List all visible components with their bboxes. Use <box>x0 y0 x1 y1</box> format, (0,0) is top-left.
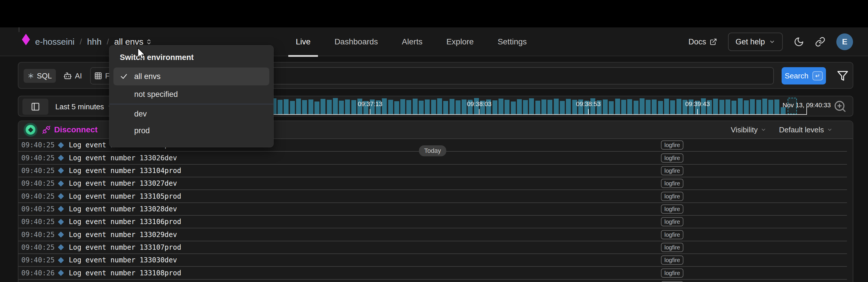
log-message: Log event number 133029dev <box>69 231 177 239</box>
header-right-cluster: Docs Get help E <box>688 27 853 56</box>
env-option-label: dev <box>134 110 147 118</box>
tab-live[interactable]: Live <box>296 27 310 56</box>
tick-label: 09:38:53 <box>576 100 601 108</box>
log-rows: 09:40:25Log event number 133103prodlogfi… <box>19 139 847 282</box>
log-row[interactable]: 09:40:25Log event number 133105prodlogfi… <box>19 190 847 203</box>
logo-tail-line <box>19 27 19 32</box>
env-option-all-envs[interactable]: all envs <box>114 67 269 85</box>
sql-mode-button[interactable]: SQL <box>24 69 56 83</box>
log-row[interactable]: 09:40:25Log event number 133027devlogfir… <box>19 177 847 190</box>
histogram-bar <box>633 101 639 114</box>
histogram-bar <box>756 100 761 114</box>
sidebar-toggle-button[interactable] <box>23 98 49 115</box>
tab-settings[interactable]: Settings <box>498 27 527 56</box>
ai-mode-button[interactable]: AI <box>63 69 82 83</box>
scope-badge: logfire <box>661 269 683 278</box>
histogram-bar <box>762 98 767 114</box>
tab-explore[interactable]: Explore <box>446 27 474 56</box>
env-option-dev[interactable]: dev <box>110 106 273 122</box>
env-menu-list: all envsnot specifieddevprod <box>110 67 273 139</box>
ai-label: AI <box>75 72 82 80</box>
log-level-diamond-icon <box>58 168 64 174</box>
tab-alerts[interactable]: Alerts <box>402 27 423 56</box>
histogram-bar <box>382 98 387 114</box>
scope-badge: logfire <box>661 243 683 252</box>
histogram-bar <box>339 101 344 114</box>
histogram-bar <box>658 101 663 114</box>
get-help-button[interactable]: Get help <box>728 33 783 51</box>
histogram-bar <box>284 99 288 114</box>
tick-line <box>588 109 589 114</box>
log-row[interactable]: 09:40:25Log event number 133029devlogfir… <box>19 228 847 241</box>
histogram-bar <box>345 100 350 114</box>
histogram-bar <box>302 100 307 114</box>
default-levels-dropdown[interactable]: Default levels <box>779 125 833 134</box>
scope-badge: logfire <box>661 179 683 188</box>
visibility-dropdown[interactable]: Visibility <box>731 125 766 134</box>
zoom-in-button[interactable] <box>833 100 847 113</box>
histogram-bar <box>652 100 657 114</box>
log-level-diamond-icon <box>58 193 64 199</box>
scope-badge: logfire <box>661 140 683 150</box>
log-row[interactable]: 09:40:25Log event number 133028devlogfir… <box>19 203 847 216</box>
log-message: Log event number 133104prod <box>69 167 181 175</box>
histogram-bar <box>719 100 724 114</box>
mouse-cursor <box>136 48 147 60</box>
scope-badge: logfire <box>661 217 683 226</box>
log-message: Log event number 133108prod <box>69 269 181 277</box>
log-row[interactable]: 09:40:25Log event number 133107prodlogfi… <box>19 241 847 254</box>
tick-label: 09:38:03 <box>467 100 492 108</box>
log-timestamp: 09:40:25 <box>21 218 57 226</box>
histogram-bar <box>640 98 645 114</box>
user-avatar[interactable]: E <box>836 33 853 50</box>
sql-label: SQL <box>37 72 52 80</box>
histogram-bar <box>548 100 552 114</box>
theme-toggle-button[interactable] <box>794 37 804 47</box>
histogram-bar <box>744 100 749 114</box>
histogram-bar <box>774 100 779 114</box>
logfire-logo-icon[interactable] <box>22 34 30 45</box>
log-level-diamond-icon <box>58 180 64 187</box>
scope-badge: logfire <box>661 230 683 239</box>
return-key-icon: ↵ <box>812 71 823 80</box>
scope-badge: logfire <box>661 255 683 265</box>
check-icon <box>120 73 128 80</box>
log-level-diamond-icon <box>58 206 64 212</box>
log-level-diamond-icon <box>58 142 64 148</box>
tab-dashboards[interactable]: Dashboards <box>334 27 378 56</box>
tick-label: 09:37:13 <box>358 100 382 108</box>
histogram-bar <box>750 99 755 114</box>
log-timestamp: 09:40:25 <box>21 256 57 264</box>
search-button[interactable]: Search ↵ <box>782 67 826 84</box>
env-option-not-specified[interactable]: not specified <box>110 86 273 103</box>
share-link-button[interactable] <box>815 37 826 47</box>
histogram-bar <box>541 100 546 114</box>
env-option-prod[interactable]: prod <box>110 122 273 139</box>
log-level-diamond-icon <box>58 219 64 225</box>
time-range-selector[interactable]: Last 5 minutes <box>55 96 113 116</box>
histogram-bar <box>627 99 632 114</box>
log-row[interactable]: 09:40:26Log event number 133031devlogfir… <box>19 280 847 282</box>
histogram-bar <box>413 98 417 114</box>
disconnect-button[interactable]: Disconnect <box>42 125 98 134</box>
docs-link[interactable]: Docs <box>688 37 717 47</box>
histogram-bar <box>732 101 736 114</box>
log-timestamp: 09:40:25 <box>21 231 57 239</box>
log-level-diamond-icon <box>58 155 64 161</box>
histogram-bar <box>462 100 467 114</box>
log-row[interactable]: 09:40:25Log event number 133104prodlogfi… <box>19 165 847 177</box>
scope-badge: logfire <box>661 192 683 201</box>
env-option-label: all envs <box>134 72 161 81</box>
filter-button[interactable] <box>837 70 848 82</box>
log-row[interactable]: 09:40:25Log event number 133030devlogfir… <box>19 254 847 267</box>
log-row[interactable]: 09:40:25Log event number 133106prodlogfi… <box>19 216 847 228</box>
menu-divider <box>110 104 273 104</box>
breadcrumb-project[interactable]: hhh <box>87 37 102 47</box>
histogram-bar <box>327 100 332 114</box>
environment-menu-title: Switch environment <box>120 53 194 62</box>
breadcrumb-org[interactable]: e-hosseini <box>35 37 74 47</box>
timeline-end-label: Nov 13, 09:40:33 <box>782 102 831 109</box>
histogram-bar <box>621 100 626 114</box>
log-message: Log event number 133027dev <box>69 179 177 188</box>
log-row[interactable]: 09:40:26Log event number 133108prodlogfi… <box>19 267 847 279</box>
